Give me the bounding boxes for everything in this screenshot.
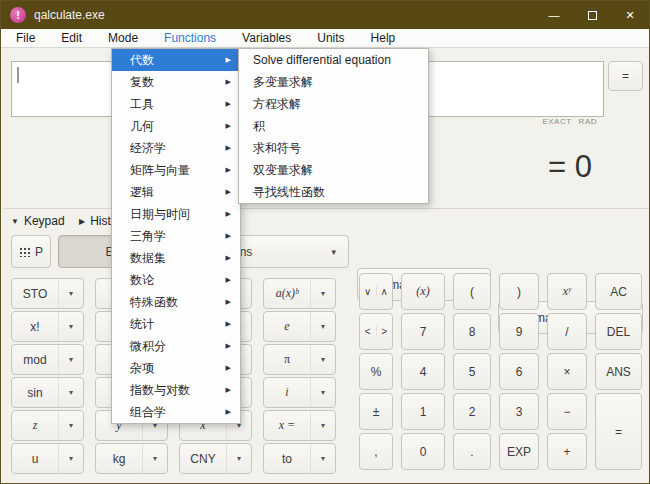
dropdown-arrow-icon[interactable]: ▾ [310,378,335,407]
maximize-icon [588,11,597,20]
menu-item-dual-variable-solve[interactable]: 双变量求解 [239,159,428,181]
nav-left-right-button[interactable]: < > [359,313,393,350]
button-unit-u[interactable]: u▾ [11,443,84,474]
dropdown-arrow-icon[interactable]: ▾ [310,312,335,341]
nav-up-down-button[interactable]: ∨ ∧ [359,273,393,310]
button-open-paren[interactable]: ( [453,273,491,310]
caret-down-icon[interactable]: ∨ [360,286,377,297]
dropdown-arrow-icon[interactable]: ▾ [226,444,251,473]
button-power-function[interactable]: a(x)ᵇ▾ [263,278,336,309]
dropdown-arrow-icon[interactable]: ▾ [142,444,167,473]
menu-help[interactable]: Help [358,29,409,48]
button-power[interactable]: xʸ [547,273,587,310]
button-sto[interactable]: STO▾ [11,278,84,309]
menu-file[interactable]: File [3,29,48,48]
menu-item-find-linear-function[interactable]: 寻找线性函数 [239,181,428,203]
button-mod[interactable]: mod▾ [11,344,84,375]
menu-item-utilities[interactable]: 工具▶ [112,93,240,115]
button-plus-minus[interactable]: ± [359,393,393,430]
programming-keypad-label: P [35,245,43,259]
caret-left-icon[interactable]: < [360,326,377,337]
dropdown-arrow-icon[interactable]: ▾ [310,411,335,440]
button-5[interactable]: 5 [453,353,491,390]
button-i[interactable]: i▾ [263,377,336,408]
dropdown-arrow-icon[interactable]: ▾ [58,411,83,440]
menu-item-miscellaneous[interactable]: 杂项▶ [112,357,240,379]
menu-item-trigonometry[interactable]: 三角学▶ [112,225,240,247]
menu-edit[interactable]: Edit [48,29,95,48]
button-6[interactable]: 6 [499,353,539,390]
menu-item-logic[interactable]: 逻辑▶ [112,181,240,203]
menu-item-solve-differential-equation[interactable]: Solve differential equation [239,49,428,71]
menu-item-product[interactable]: 积 [239,115,428,137]
button-ans[interactable]: ANS [595,353,642,390]
button-exp[interactable]: EXP [499,433,539,470]
dropdown-arrow-icon[interactable]: ▾ [58,312,83,341]
dropdown-arrow-icon[interactable]: ▾ [310,444,335,473]
button-7[interactable]: 7 [401,313,445,350]
dropdown-arrow-icon[interactable]: ▾ [58,378,83,407]
button-close-paren[interactable]: ) [499,273,539,310]
button-2[interactable]: 2 [453,393,491,430]
menu-item-economics[interactable]: 经济学▶ [112,137,240,159]
dropdown-arrow-icon[interactable]: ▾ [58,444,83,473]
menu-units[interactable]: Units [304,29,357,48]
menu-item-summation[interactable]: 求和符号 [239,137,428,159]
maximize-button[interactable] [573,1,611,29]
dropdown-arrow-icon[interactable]: ▾ [310,345,335,374]
button-unit-kg[interactable]: kg▾ [95,443,168,474]
button-del[interactable]: DEL [595,313,642,350]
button-z[interactable]: z▾ [11,410,84,441]
button-1[interactable]: 1 [401,393,445,430]
button-0[interactable]: 0 [401,433,445,470]
menu-item-geometry[interactable]: 几何▶ [112,115,240,137]
keypad-expander[interactable]: ▼ Keypad [11,214,65,228]
minimize-button[interactable]: — [535,1,573,29]
button-ac[interactable]: AC [595,273,642,310]
button-divide[interactable]: / [547,313,587,350]
button-x-equals[interactable]: x =▾ [263,410,336,441]
button-pi[interactable]: π▾ [263,344,336,375]
menu-item-number-theory[interactable]: 数论▶ [112,269,240,291]
button-factorial[interactable]: x!▾ [11,311,84,342]
button-unit-cny[interactable]: CNY▾ [179,443,252,474]
button-equals[interactable]: = [595,393,642,470]
menu-item-calculus[interactable]: 微积分▶ [112,335,240,357]
caret-right-icon[interactable]: > [377,326,393,337]
calculate-button[interactable]: = [608,61,643,91]
button-sin[interactable]: sin▾ [11,377,84,408]
button-e[interactable]: e▾ [263,311,336,342]
button-convert-to[interactable]: to▾ [263,443,336,474]
button-dot[interactable]: . [453,433,491,470]
button-plus[interactable]: + [547,433,587,470]
menu-item-special-functions[interactable]: 特殊函数▶ [112,291,240,313]
menu-item-solve-equation[interactable]: 方程求解 [239,93,428,115]
menu-item-algebra[interactable]: 代数▶ [112,49,240,71]
button-9[interactable]: 9 [499,313,539,350]
menu-item-data-sets[interactable]: 数据集▶ [112,247,240,269]
menu-variables[interactable]: Variables [229,29,304,48]
button-8[interactable]: 8 [453,313,491,350]
menu-mode[interactable]: Mode [95,29,151,48]
button-percent[interactable]: % [359,353,393,390]
menu-item-statistics[interactable]: 统计▶ [112,313,240,335]
button-3[interactable]: 3 [499,393,539,430]
dropdown-arrow-icon[interactable]: ▾ [58,345,83,374]
menu-item-complex-numbers[interactable]: 复数▶ [112,71,240,93]
close-button[interactable]: ✕ [611,1,649,29]
dropdown-arrow-icon[interactable]: ▾ [310,279,335,308]
menu-item-exponents-logarithms[interactable]: 指数与对数▶ [112,379,240,401]
menu-item-multi-variable-solve[interactable]: 多变量求解 [239,71,428,93]
button-paren-x[interactable]: (x) [401,273,445,310]
menu-item-combinatorics[interactable]: 组合学▶ [112,401,240,423]
programming-keypad-button[interactable]: P [11,235,51,268]
dropdown-arrow-icon[interactable]: ▾ [58,279,83,308]
menu-functions[interactable]: Functions [151,29,229,48]
button-minus[interactable]: − [547,393,587,430]
menu-item-matrices-vectors[interactable]: 矩阵与向量▶ [112,159,240,181]
caret-up-icon[interactable]: ∧ [377,286,393,297]
button-multiply[interactable]: × [547,353,587,390]
button-comma[interactable]: , [359,433,393,470]
menu-item-date-time[interactable]: 日期与时间▶ [112,203,240,225]
button-4[interactable]: 4 [401,353,445,390]
